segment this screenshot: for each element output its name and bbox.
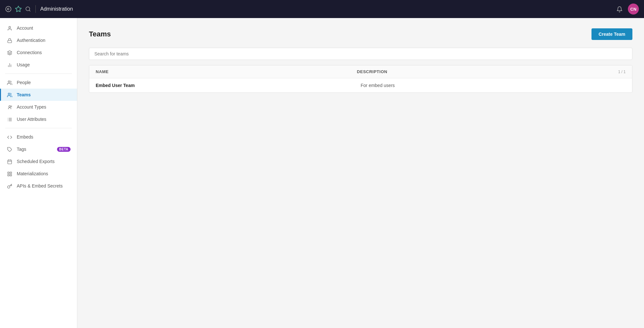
sidebar-item-people[interactable]: People (0, 76, 77, 89)
column-description: Description (357, 69, 618, 74)
svg-rect-27 (8, 172, 9, 174)
calendar-icon (6, 159, 13, 164)
svg-rect-29 (10, 174, 12, 176)
sidebar-label-account-types: Account Types (17, 104, 46, 110)
sidebar-item-apis[interactable]: APIs & Embed Secrets (0, 180, 77, 192)
sidebar-item-materializations[interactable]: Materializations (0, 168, 77, 180)
pagination-info: 1 / 1 (618, 70, 626, 74)
sidebar-label-teams: Teams (17, 92, 31, 97)
key-icon (6, 183, 13, 189)
lock-icon (6, 37, 13, 43)
bell-icon[interactable] (616, 5, 623, 12)
sidebar-divider-2 (5, 128, 72, 128)
search-input[interactable] (89, 48, 632, 60)
sidebar-item-scheduled-exports[interactable]: Scheduled Exports (0, 155, 77, 168)
page-title: Teams (89, 30, 111, 38)
sidebar-label-embeds: Embeds (17, 134, 33, 140)
avatar[interactable]: CN (628, 4, 639, 14)
person-icon (6, 25, 13, 31)
topbar-title: Administration (40, 6, 73, 12)
team-name: Embed User Team (96, 83, 361, 88)
svg-point-5 (9, 26, 10, 28)
teams-table: Name Description 1 / 1 Embed User Team F… (89, 65, 632, 93)
topbar: Administration CN (0, 0, 644, 18)
topbar-divider (35, 5, 36, 13)
sidebar-divider-1 (5, 73, 72, 74)
sidebar-label-people: People (17, 80, 31, 85)
column-name: Name (96, 69, 357, 74)
sidebar-label-materializations: Materializations (17, 171, 48, 176)
group-icon (6, 80, 13, 85)
beta-badge: BETA (57, 147, 71, 152)
team-description: For embed users (361, 83, 626, 88)
topbar-left: Administration (5, 5, 73, 13)
sidebar-item-embeds[interactable]: Embeds (0, 131, 77, 143)
sidebar-item-connections[interactable]: Connections (0, 46, 77, 59)
page-header: Teams Create Team (89, 28, 632, 40)
svg-marker-2 (15, 6, 21, 12)
code-icon (6, 134, 13, 140)
svg-point-11 (8, 81, 10, 82)
search-icon[interactable] (25, 6, 31, 12)
sidebar-label-tags: Tags (17, 147, 26, 152)
sidebar-label-user-attributes: User Attributes (17, 117, 46, 122)
list-icon (6, 116, 13, 122)
sidebar: Account Authentication Connections Usage (0, 18, 77, 328)
create-team-button[interactable]: Create Team (591, 28, 632, 40)
sidebar-item-authentication[interactable]: Authentication (0, 34, 77, 46)
svg-rect-6 (8, 40, 12, 43)
back-icon[interactable] (5, 6, 12, 12)
team-icon (6, 92, 13, 98)
table-header: Name Description 1 / 1 (89, 65, 632, 78)
layers-icon (6, 50, 13, 55)
svg-point-13 (9, 105, 10, 107)
svg-rect-30 (8, 174, 9, 176)
sidebar-item-user-attributes[interactable]: User Attributes (0, 113, 77, 125)
sidebar-label-account: Account (17, 25, 33, 31)
sidebar-label-scheduled-exports: Scheduled Exports (17, 159, 55, 164)
table-row[interactable]: Embed User Team For embed users (89, 78, 632, 92)
sidebar-item-tags[interactable]: Tags BETA (0, 143, 77, 155)
logo-icon (15, 5, 22, 13)
topbar-right: CN (616, 4, 639, 14)
sidebar-label-usage: Usage (17, 62, 30, 67)
svg-point-12 (8, 93, 10, 95)
svg-marker-7 (7, 51, 12, 53)
sidebar-item-teams[interactable]: Teams (0, 89, 77, 101)
account-type-icon (6, 104, 13, 110)
sidebar-item-account[interactable]: Account (0, 22, 77, 34)
tag-icon (6, 146, 13, 152)
svg-line-4 (29, 10, 30, 11)
svg-rect-23 (8, 160, 12, 164)
sidebar-item-account-types[interactable]: Account Types (0, 101, 77, 113)
sidebar-item-usage[interactable]: Usage (0, 59, 77, 71)
chart-icon (6, 62, 13, 68)
svg-rect-28 (10, 172, 12, 174)
layout: Account Authentication Connections Usage (0, 18, 644, 328)
grid-icon (6, 171, 13, 177)
sidebar-label-authentication: Authentication (17, 38, 45, 43)
sidebar-label-connections: Connections (17, 50, 42, 55)
main-content: Teams Create Team Name Description 1 / 1… (77, 18, 644, 328)
sidebar-label-apis: APIs & Embed Secrets (17, 183, 62, 188)
